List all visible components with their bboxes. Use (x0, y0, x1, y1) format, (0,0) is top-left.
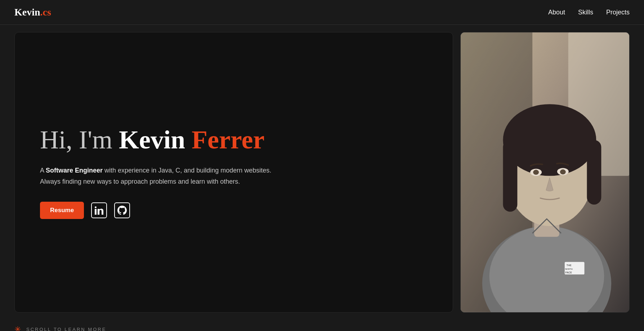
hero-description: A Software Engineer with experience in J… (40, 165, 292, 187)
description-prefix: A (40, 167, 46, 174)
resume-button[interactable]: Resume (40, 202, 84, 219)
greeting-surname: Ferrer (192, 125, 264, 154)
nav-links: About Skills Projects (548, 9, 630, 16)
scroll-asterisk: ✳ (14, 326, 22, 331)
main-content: Hi, I'm Kevin Ferrer A Software Engineer… (0, 25, 644, 320)
hero-heading: Hi, I'm Kevin Ferrer (40, 126, 428, 154)
person-photo-svg: THE NORTH FACE (461, 32, 629, 312)
navigation: Kevin.cs About Skills Projects (0, 0, 644, 25)
description-bold: Software Engineer (46, 167, 103, 174)
linkedin-icon (95, 206, 103, 215)
greeting-prefix: Hi, I'm (40, 125, 119, 154)
svg-point-12 (533, 170, 539, 175)
hero-actions: Resume (40, 202, 428, 219)
logo-text: Kevin (14, 6, 40, 18)
scroll-indicator: ✳ SCROLL TO LEARN MORE (0, 320, 644, 331)
github-icon (117, 206, 127, 215)
logo[interactable]: Kevin.cs (14, 6, 51, 18)
linkedin-button[interactable] (91, 202, 107, 218)
logo-accent: .cs (40, 6, 51, 18)
profile-photo: THE NORTH FACE (460, 32, 630, 313)
nav-about[interactable]: About (548, 9, 565, 16)
svg-text:FACE: FACE (565, 271, 572, 274)
svg-rect-8 (503, 140, 517, 212)
svg-point-13 (560, 169, 566, 174)
photo-container: THE NORTH FACE (461, 32, 629, 312)
nav-projects[interactable]: Projects (606, 9, 630, 16)
svg-rect-9 (587, 140, 601, 205)
hero-panel: Hi, I'm Kevin Ferrer A Software Engineer… (14, 32, 453, 313)
greeting-name: Kevin (119, 125, 185, 154)
github-button[interactable] (114, 202, 130, 218)
scroll-text: SCROLL TO LEARN MORE (26, 327, 106, 331)
nav-skills[interactable]: Skills (578, 9, 593, 16)
svg-text:NORTH: NORTH (565, 268, 573, 270)
svg-text:THE: THE (567, 264, 572, 267)
